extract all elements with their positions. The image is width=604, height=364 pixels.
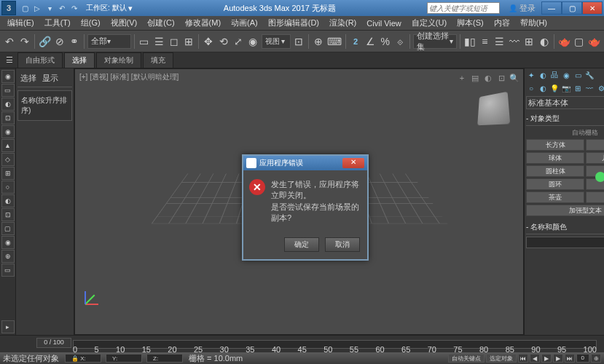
coord-dropdown[interactable]: 视图 ▾: [262, 34, 291, 49]
dialog-close-button[interactable]: ✕: [342, 158, 364, 168]
menu-edit[interactable]: 编辑(E): [3, 16, 39, 30]
cat-light-icon[interactable]: 💡: [549, 83, 560, 93]
menu-tools[interactable]: 工具(T): [40, 16, 75, 30]
leftbar-icon[interactable]: ⊕: [1, 250, 15, 263]
unlink-button[interactable]: ⊘: [53, 33, 66, 50]
btn-box[interactable]: 长方体: [526, 139, 584, 151]
layer-button[interactable]: ☰: [493, 33, 506, 50]
btn-sphere[interactable]: 球体: [526, 152, 584, 164]
leftbar-icon[interactable]: ⊡: [1, 111, 15, 124]
autokey-button[interactable]: 自动关键点: [448, 354, 485, 363]
object-name-input[interactable]: [526, 237, 604, 248]
dialog-titlebar[interactable]: 应用程序错误 ✕: [243, 156, 367, 170]
sort-header[interactable]: 名称(按升序排序): [17, 90, 72, 121]
vp-shade-icon[interactable]: ◐: [482, 72, 494, 84]
cat-helper-icon[interactable]: ⊞: [573, 83, 583, 93]
mirror-button[interactable]: ▮▯: [463, 33, 476, 50]
new-icon[interactable]: ▢: [19, 2, 31, 14]
viewport-label[interactable]: [+] [透视] [标准] [默认明暗处理]: [79, 72, 179, 82]
material-button[interactable]: ◐: [538, 33, 551, 50]
pivot-button[interactable]: ⊡: [292, 33, 305, 50]
leftbar-icon[interactable]: ◉: [1, 70, 15, 83]
leftbar-icon[interactable]: ▢: [1, 222, 15, 235]
tab-hierarchy-icon[interactable]: 品: [549, 70, 560, 80]
cat-sys-icon[interactable]: ⚙: [596, 83, 604, 93]
chat-bubble-icon[interactable]: [595, 172, 604, 182]
minimize-button[interactable]: —: [541, 1, 562, 15]
primitive-dropdown[interactable]: 标准基本体: [526, 96, 604, 109]
undo-button[interactable]: ↶: [3, 33, 16, 50]
align-button[interactable]: ≡: [478, 33, 491, 50]
btn-textplus[interactable]: 加强型文本: [526, 205, 604, 216]
curve-editor-button[interactable]: 〰: [508, 33, 521, 50]
leftbar-icon[interactable]: ◐: [1, 194, 15, 207]
named-sel-dropdown[interactable]: 创建选择集 ▾: [413, 34, 457, 49]
goto-start-button[interactable]: ⏮: [518, 354, 528, 363]
ribbon-tab-paint[interactable]: 对象绘制: [96, 52, 141, 68]
menu-script[interactable]: 脚本(S): [452, 16, 488, 30]
leftbar-icon[interactable]: ▲: [1, 139, 15, 152]
btn-cone[interactable]: 圆锥体: [586, 139, 604, 151]
select-button[interactable]: ▭: [138, 33, 151, 50]
keyboard-button[interactable]: ⌨: [326, 33, 342, 50]
snap-angle-button[interactable]: ∠: [364, 33, 377, 50]
btn-teapot[interactable]: 茶壶: [526, 191, 584, 203]
schematic-button[interactable]: ⊞: [522, 33, 536, 50]
play-button[interactable]: ▶: [541, 354, 552, 363]
section-name-color[interactable]: - 名称和颜色: [526, 221, 604, 234]
leftbar-icon[interactable]: ◐: [1, 98, 15, 111]
select-rect-button[interactable]: ◻: [168, 33, 181, 50]
maximize-button[interactable]: ▢: [562, 1, 582, 15]
cat-geom-icon[interactable]: ○: [526, 83, 536, 93]
bind-button[interactable]: ⚭: [68, 33, 81, 50]
leftbar-expand-icon[interactable]: ▸: [1, 320, 15, 333]
cat-shape-icon[interactable]: ◐: [538, 83, 548, 93]
tab-motion-icon[interactable]: ◉: [561, 70, 571, 80]
current-frame[interactable]: 0: [576, 354, 589, 363]
menu-graph[interactable]: 图形编辑器(D): [264, 16, 323, 30]
menu-render[interactable]: 渲染(R): [325, 16, 361, 30]
filter-dropdown[interactable]: 全部 ▾: [87, 34, 131, 49]
close-button[interactable]: ✕: [582, 1, 603, 15]
viewcube[interactable]: [477, 92, 510, 125]
window-cross-button[interactable]: ⊞: [182, 33, 195, 50]
snap-spinner-button[interactable]: ⟐: [393, 33, 407, 50]
leftbar-icon[interactable]: ◉: [1, 125, 15, 138]
btn-plane[interactable]: 平面: [586, 191, 604, 203]
move-button[interactable]: ✥: [202, 33, 215, 50]
menu-custom[interactable]: 自定义(U): [407, 16, 451, 30]
snap-percent-button[interactable]: %: [379, 33, 392, 50]
menu-civil[interactable]: Civil View: [362, 17, 405, 29]
undo-icon[interactable]: ↶: [56, 2, 68, 14]
workspace-label[interactable]: 工作区: 默认: [86, 3, 127, 13]
app-logo[interactable]: 3: [1, 1, 16, 15]
menu-group[interactable]: 组(G): [77, 16, 105, 30]
coord-z[interactable]: Z:: [146, 354, 183, 363]
coord-y[interactable]: Y:: [106, 354, 142, 363]
dialog-cancel-button[interactable]: 取消: [325, 237, 360, 252]
next-frame-button[interactable]: ▶: [553, 354, 563, 363]
tab-display-icon[interactable]: ▭: [573, 70, 583, 80]
search-input[interactable]: [428, 3, 499, 13]
ribbon-tab-fill[interactable]: 填充: [143, 52, 173, 68]
frame-indicator[interactable]: 0 / 100: [36, 338, 71, 348]
vp-search-icon[interactable]: 🔍: [509, 72, 520, 84]
redo-icon[interactable]: ↷: [68, 2, 80, 14]
leftbar-icon[interactable]: ◇: [1, 153, 15, 166]
leftbar-icon[interactable]: ▭: [1, 84, 15, 97]
btn-torus[interactable]: 圆环: [526, 178, 584, 190]
ribbon-toggle-icon[interactable]: ☰: [3, 55, 16, 65]
leftbar-icon[interactable]: ⊡: [1, 208, 15, 221]
search-box[interactable]: [427, 2, 500, 14]
manip-button[interactable]: ⊕: [312, 33, 325, 50]
menu-anim[interactable]: 动画(A): [227, 16, 262, 30]
ribbon-tab-select[interactable]: 选择: [64, 52, 95, 68]
open-icon[interactable]: ▷: [31, 2, 43, 14]
snap-2d-button[interactable]: 2: [349, 33, 362, 50]
redo-button[interactable]: ↷: [17, 33, 31, 50]
render-setup-button[interactable]: 🫖: [557, 33, 571, 50]
coord-x[interactable]: 🔒 X:: [65, 354, 101, 363]
dialog-ok-button[interactable]: 确定: [284, 237, 319, 252]
menu-content[interactable]: 内容: [490, 16, 514, 30]
menu-create[interactable]: 创建(C): [143, 16, 179, 30]
